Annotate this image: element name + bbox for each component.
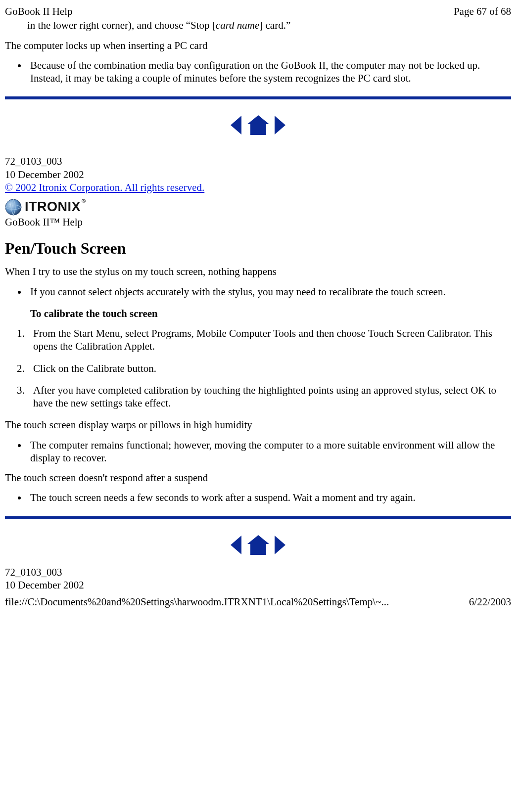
symptom-text: When I try to use the stylus on my touch…: [5, 265, 511, 278]
header-title: GoBook II Help: [5, 5, 72, 18]
svg-point-3: [5, 199, 21, 215]
svg-marker-2: [275, 116, 285, 135]
copyright-link[interactable]: © 2002 Itronix Corporation. All rights r…: [5, 181, 204, 193]
triangle-left-icon: [231, 116, 241, 135]
divider: [5, 96, 511, 99]
svg-marker-4: [231, 536, 241, 554]
doc-number: 72_0103_003: [5, 566, 511, 579]
footer-path: file://C:\Documents%20and%20Settings\har…: [5, 595, 389, 608]
fragment-text-prefix: in the lower right corner), and choose “…: [27, 19, 216, 31]
symptom-text: The touch screen display warps or pillow…: [5, 418, 511, 431]
home-icon: [247, 115, 269, 135]
nav-next-button[interactable]: [275, 116, 285, 135]
doc-number: 72_0103_003: [5, 155, 511, 168]
brand-name: ITRONIX: [25, 199, 81, 216]
list-item: If you cannot select objects accurately …: [27, 285, 511, 320]
step-item: After you have completed calibration by …: [27, 384, 511, 410]
nav-prev-button[interactable]: [231, 536, 241, 554]
symptom-text: The computer locks up when inserting a P…: [5, 39, 511, 52]
section-title: Pen/Touch Screen: [5, 238, 511, 258]
step-item: Click on the Calibrate button.: [27, 362, 511, 375]
doc-date: 10 December 2002: [5, 579, 511, 591]
list-item: The computer remains functional; however…: [27, 439, 511, 465]
footer-date: 6/22/2003: [469, 595, 511, 608]
registered-icon: ®: [82, 198, 86, 205]
list-item-text: If you cannot select objects accurately …: [30, 286, 446, 298]
header-page-info: Page 67 of 68: [454, 5, 511, 18]
triangle-right-icon: [275, 116, 285, 135]
calibrate-heading: To calibrate the touch screen: [30, 307, 511, 320]
svg-marker-1: [247, 115, 269, 135]
symptom-text: The touch screen doesn't respond after a…: [5, 471, 511, 484]
triangle-left-icon: [231, 536, 241, 554]
help-section-label: GoBook II™ Help: [5, 216, 86, 228]
fragment-text-suffix: ] card.”: [259, 19, 290, 31]
list-item: The touch screen needs a few seconds to …: [27, 491, 511, 504]
fragment-text-italic: card name: [216, 19, 259, 31]
nav-prev-button[interactable]: [231, 116, 241, 135]
nav-home-button[interactable]: [247, 535, 269, 555]
globe-icon: [5, 199, 22, 216]
svg-marker-6: [275, 536, 285, 554]
divider: [5, 516, 511, 519]
home-icon: [247, 535, 269, 555]
triangle-right-icon: [275, 536, 285, 554]
brand-logo: ITRONIX ®: [5, 199, 86, 216]
step-item: From the Start Menu, select Programs, Mo…: [27, 327, 511, 353]
svg-marker-5: [247, 535, 269, 555]
doc-date: 10 December 2002: [5, 168, 511, 181]
list-item: Because of the combination media bay con…: [27, 59, 511, 85]
nav-home-button[interactable]: [247, 115, 269, 135]
nav-next-button[interactable]: [275, 536, 285, 554]
svg-marker-0: [231, 116, 241, 135]
